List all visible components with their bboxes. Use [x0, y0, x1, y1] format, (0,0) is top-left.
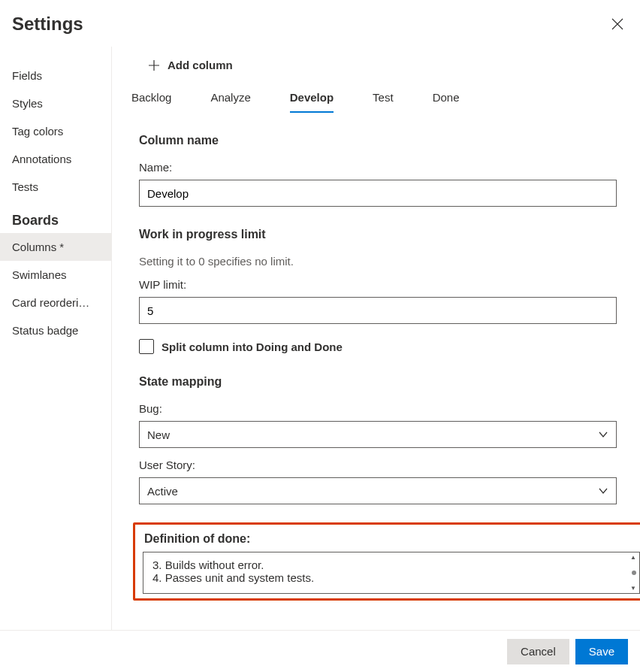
sidebar-item-columns[interactable]: Columns *	[0, 233, 111, 261]
dod-line: 3. Builds without error.	[152, 558, 621, 571]
sidebar: Fields Styles Tag colors Annotations Tes…	[0, 47, 111, 630]
add-column-button[interactable]: Add column	[130, 47, 640, 82]
footer: Cancel Save	[0, 630, 640, 672]
label-user-story: User Story:	[139, 459, 640, 471]
sidebar-item-annotations[interactable]: Annotations	[0, 145, 111, 173]
sidebar-item-fields[interactable]: Fields	[0, 62, 111, 89]
heading-state-mapping: State mapping	[139, 375, 640, 389]
sidebar-item-label: Tests	[12, 180, 38, 193]
scroll-up-icon[interactable]: ▲	[630, 554, 636, 561]
sidebar-group-boards: Boards	[0, 201, 111, 233]
plus-icon	[148, 59, 160, 71]
bug-select-value: New	[147, 428, 170, 441]
sidebar-item-label: Card reorderi…	[12, 296, 89, 309]
chevron-down-icon	[598, 486, 608, 496]
label-wip-limit: WIP limit:	[139, 278, 640, 291]
heading-column-name: Column name	[139, 134, 640, 147]
tab-test[interactable]: Test	[373, 85, 394, 113]
sidebar-item-label: Styles	[12, 97, 43, 110]
sidebar-item-label: Tag colors	[12, 125, 63, 138]
page-title: Settings	[12, 14, 83, 35]
tab-backlog[interactable]: Backlog	[131, 85, 171, 113]
definition-of-done-textarea[interactable]: 3. Builds without error. 4. Passes unit …	[143, 552, 640, 594]
split-column-label: Split column into Doing and Done	[162, 341, 343, 353]
definition-of-done-highlight: Definition of done: 3. Builds without er…	[133, 522, 640, 601]
sidebar-item-styles[interactable]: Styles	[0, 89, 111, 117]
tab-develop[interactable]: Develop	[290, 85, 334, 113]
wip-limit-input[interactable]	[139, 297, 617, 324]
scroll-down-icon[interactable]: ▼	[630, 585, 636, 592]
tab-done[interactable]: Done	[433, 85, 460, 113]
label-name: Name:	[139, 161, 640, 174]
add-column-label: Add column	[168, 59, 233, 71]
split-column-checkbox[interactable]	[139, 339, 154, 354]
sidebar-item-label: Columns *	[12, 241, 64, 253]
sidebar-item-label: Swimlanes	[12, 268, 67, 281]
sidebar-item-label: Fields	[12, 69, 42, 82]
sidebar-item-card-reordering[interactable]: Card reorderi…	[0, 289, 111, 316]
cancel-button[interactable]: Cancel	[507, 639, 569, 664]
sidebar-item-swimlanes[interactable]: Swimlanes	[0, 261, 111, 289]
sidebar-item-label: Annotations	[12, 153, 71, 165]
main-panel: Add column Backlog Analyze Develop Test …	[111, 47, 640, 630]
sidebar-item-label: Status badge	[12, 324, 78, 337]
heading-wip: Work in progress limit	[139, 228, 640, 241]
user-story-select[interactable]: Active	[139, 477, 617, 504]
column-tabs: Backlog Analyze Develop Test Done	[130, 82, 640, 113]
name-input[interactable]	[139, 180, 617, 207]
sidebar-item-tests[interactable]: Tests	[0, 173, 111, 201]
label-bug: Bug:	[139, 402, 640, 415]
dod-line: 4. Passes unit and system tests.	[152, 571, 621, 584]
save-button[interactable]: Save	[575, 639, 628, 664]
scroll-thumb[interactable]	[632, 571, 636, 575]
bug-select[interactable]: New	[139, 421, 617, 448]
sidebar-item-status-badge[interactable]: Status badge	[0, 316, 111, 344]
sidebar-item-tag-colors[interactable]: Tag colors	[0, 117, 111, 145]
chevron-down-icon	[598, 429, 608, 440]
close-icon[interactable]	[611, 18, 623, 30]
wip-hint: Setting it to 0 specifies no limit.	[139, 255, 640, 268]
tab-analyze[interactable]: Analyze	[210, 85, 250, 113]
user-story-select-value: Active	[147, 485, 178, 498]
heading-dod: Definition of done:	[144, 532, 640, 546]
